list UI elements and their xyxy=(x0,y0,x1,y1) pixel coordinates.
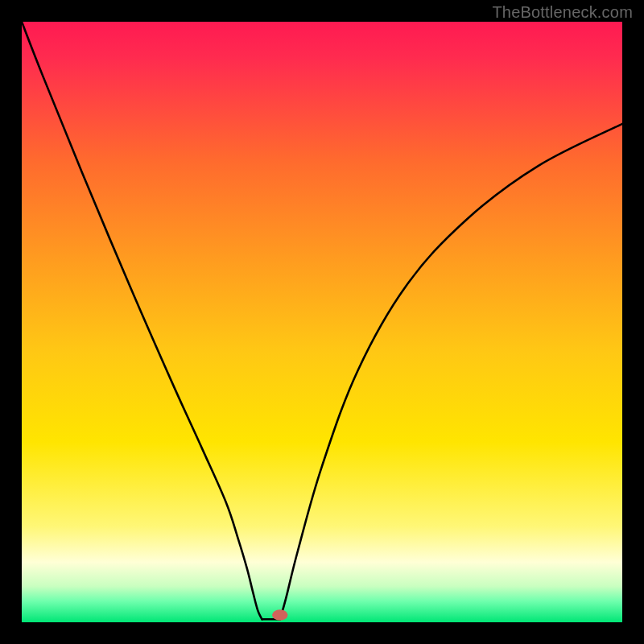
chart-svg xyxy=(22,22,622,622)
watermark-text: TheBottleneck.com xyxy=(492,3,633,22)
plot-background xyxy=(22,22,622,622)
min-marker xyxy=(272,609,287,620)
chart-frame: TheBottleneck.com xyxy=(0,0,644,644)
